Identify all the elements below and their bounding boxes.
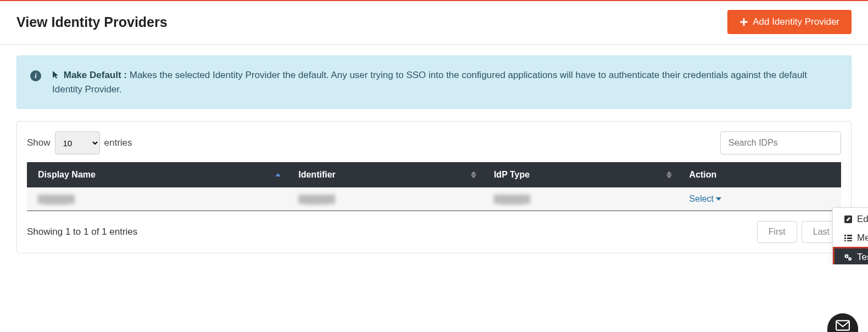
pager: First Last (757, 221, 841, 243)
svg-rect-6 (847, 237, 852, 239)
dropdown-edit[interactable]: Edit (833, 210, 868, 229)
caret-down-icon (716, 197, 721, 201)
svg-rect-1 (740, 21, 748, 23)
table-controls: Show 10 entries (27, 131, 841, 154)
plus-icon (739, 18, 748, 26)
svg-rect-4 (847, 235, 852, 236)
showing-info: Showing 1 to 1 of 1 entries (27, 226, 137, 237)
sort-asc-icon (275, 173, 281, 176)
table-row: ████ ████ ████ Select (27, 187, 841, 211)
svg-point-10 (846, 256, 847, 257)
dropdown-test-connection[interactable]: Test Connection (833, 247, 868, 264)
col-idp-type[interactable]: IdP Type (483, 162, 678, 187)
svg-point-12 (849, 258, 850, 259)
cursor-icon (52, 70, 60, 79)
search-box (720, 131, 841, 154)
page-size-select[interactable]: 10 (55, 131, 100, 154)
table-header-row: Display Name Identifier IdP Type Action (27, 162, 841, 187)
svg-rect-8 (847, 240, 852, 241)
entries-label: entries (104, 137, 132, 148)
table-panel: Show 10 entries Display Name Identifi (16, 121, 852, 253)
svg-rect-7 (844, 240, 846, 241)
content-area: i Make Default : Makes the selected Iden… (0, 45, 868, 264)
info-icon: i (30, 70, 41, 81)
search-input[interactable] (720, 131, 841, 154)
pager-first-button[interactable]: First (757, 221, 797, 243)
list-icon (844, 234, 853, 242)
add-button-label: Add Identity Provider (753, 16, 839, 27)
col-display-name[interactable]: Display Name (27, 162, 287, 187)
sort-icon (471, 171, 476, 179)
idp-table: Display Name Identifier IdP Type Action (27, 162, 841, 211)
show-label: Show (27, 137, 51, 148)
sort-icon (666, 171, 672, 179)
show-entries: Show 10 entries (27, 131, 132, 154)
info-strong: Make Default : (64, 70, 127, 80)
edit-icon (844, 215, 853, 224)
info-body: Makes the selected Identity Provider the… (52, 70, 807, 95)
add-identity-provider-button[interactable]: Add Identity Provider (727, 10, 852, 34)
table-footer: Showing 1 to 1 of 1 entries First Last (27, 221, 841, 243)
select-action-dropdown-trigger[interactable]: Select (689, 194, 721, 204)
page-title: View Identity Providers (16, 14, 168, 30)
col-action: Action (678, 162, 841, 187)
info-banner: i Make Default : Makes the selected Iden… (16, 56, 852, 109)
page-header: View Identity Providers Add Identity Pro… (0, 1, 868, 45)
info-text: Make Default : Makes the selected Identi… (52, 68, 838, 96)
dropdown-metadata[interactable]: Metadata (833, 229, 868, 247)
cell-display-name: ████ (38, 195, 75, 204)
action-dropdown: Edit Metadata Test Connection (832, 207, 868, 264)
svg-rect-5 (844, 237, 846, 239)
svg-rect-3 (844, 235, 846, 236)
cell-identifier: ████ (298, 195, 335, 204)
gears-icon (844, 253, 853, 262)
cell-idp-type: ████ (494, 195, 531, 204)
col-identifier[interactable]: Identifier (287, 162, 483, 187)
